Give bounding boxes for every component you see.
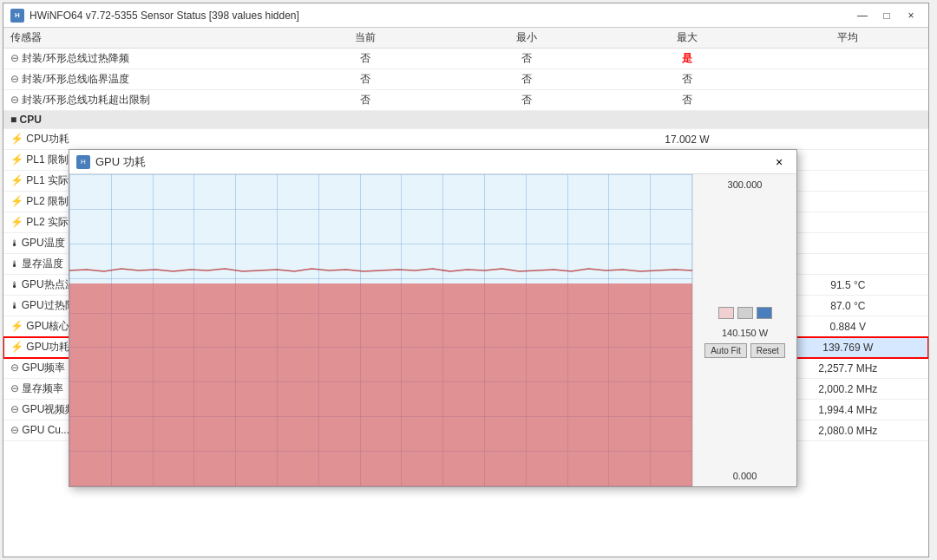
chart-area	[69, 174, 692, 486]
table-row[interactable]: ⊖ 封装/环形总线过热降频否否是	[3, 49, 928, 69]
avg-value	[768, 49, 928, 69]
group-label: CPU	[20, 114, 42, 126]
circle-minus-icon: ⊖	[10, 403, 22, 415]
max-value: 否	[606, 69, 767, 90]
lightning-icon: ⚡	[10, 195, 26, 207]
min-value: 否	[446, 90, 606, 111]
current-value: 否	[285, 49, 445, 69]
circle-minus-icon: ⊖	[10, 424, 22, 436]
table-row[interactable]: ■ CPU	[3, 111, 928, 129]
close-button[interactable]: ×	[901, 8, 921, 23]
sensor-label-cell: ⚡ CPU功耗	[3, 129, 285, 150]
sensor-name: 显存频率	[22, 382, 63, 394]
lightning-icon: ⚡	[10, 174, 26, 186]
title-bar-controls: — □ ×	[852, 8, 921, 23]
lightning-icon: ⚡	[10, 133, 26, 145]
sensor-name: GPU功耗	[26, 341, 69, 353]
current-value: 否	[285, 90, 445, 111]
col-max: 最大	[606, 28, 767, 49]
color-swatches	[698, 307, 791, 319]
min-value: 否	[446, 69, 606, 90]
popup-title: GPU 功耗	[95, 154, 146, 170]
thermometer-icon: 🌡	[10, 238, 22, 248]
sensor-name: 封装/环形总线过热降频	[22, 52, 128, 64]
circle-minus-icon: ⊖	[10, 361, 22, 374]
popup-body: 300.000 140.150 W Auto Fit Reset 0.000	[69, 174, 796, 486]
lightning-icon: ⚡	[10, 216, 26, 228]
group-collapse-icon[interactable]: ■	[10, 114, 20, 126]
lightning-icon: ⚡	[10, 341, 26, 353]
window-title: HWiNFO64 v7.72-5355 Sensor Status [398 v…	[29, 10, 299, 22]
avg-value	[768, 129, 928, 150]
maximize-button[interactable]: □	[876, 8, 897, 23]
minimize-button[interactable]: —	[852, 8, 873, 23]
table-row[interactable]: ⊖ 封装/环形总线临界温度否否否	[3, 69, 928, 90]
sensor-name: 显存温度	[22, 257, 63, 270]
max-value: 17.002 W	[606, 129, 767, 150]
circle-minus-icon: ⊖	[10, 382, 22, 394]
popup-app-icon: H	[76, 155, 90, 169]
auto-fit-button[interactable]: Auto Fit	[704, 343, 746, 358]
gpu-power-popup: H GPU 功耗 ×	[69, 149, 797, 487]
main-window: H HWiNFO64 v7.72-5355 Sensor Status [398…	[3, 3, 929, 557]
circle-minus-icon: ⊖	[10, 52, 22, 64]
thermometer-icon: 🌡	[10, 301, 22, 310]
col-avg: 平均	[768, 28, 928, 49]
table-row[interactable]: ⚡ CPU功耗17.002 W	[3, 129, 928, 150]
current-value: 否	[285, 69, 445, 90]
popup-title-bar: H GPU 功耗 ×	[69, 150, 796, 174]
popup-close-button[interactable]: ×	[769, 154, 790, 170]
max-value: 是	[606, 49, 767, 69]
sensor-label-cell: ⊖ 封装/环形总线临界温度	[3, 69, 285, 90]
app-icon: H	[10, 9, 24, 23]
col-current: 当前	[285, 28, 445, 49]
sensor-name: 封装/环形总线功耗超出限制	[22, 94, 149, 106]
chart-background	[69, 174, 692, 486]
max-value: 否	[606, 90, 767, 111]
chart-bottom-value: 0.000	[698, 471, 791, 481]
table-row[interactable]: ⊖ 封装/环形总线功耗超出限制否否否	[3, 90, 928, 111]
circle-minus-icon: ⊖	[10, 94, 22, 106]
sensor-name: 封装/环形总线临界温度	[22, 73, 128, 85]
group-header-cell: ■ CPU	[3, 111, 928, 129]
title-bar-left: H HWiNFO64 v7.72-5355 Sensor Status [398…	[10, 9, 299, 23]
swatch-pink[interactable]	[718, 307, 734, 319]
min-value	[446, 129, 606, 150]
current-value	[285, 129, 445, 150]
table-container: 传感器 当前 最小 最大 平均 ⊖ 封装/环形总线过热降频否否是⊖ 封装/环形总…	[3, 28, 928, 557]
title-bar: H HWiNFO64 v7.72-5355 Sensor Status [398…	[3, 3, 928, 28]
avg-value	[768, 69, 928, 90]
sensor-name: CPU功耗	[26, 133, 69, 145]
thermometer-icon: 🌡	[10, 280, 22, 290]
swatch-blue[interactable]	[757, 307, 772, 319]
lightning-icon: ⚡	[10, 320, 26, 332]
popup-title-left: H GPU 功耗	[76, 154, 146, 170]
chart-line-svg	[69, 257, 692, 283]
avg-value	[768, 90, 928, 111]
reset-button[interactable]: Reset	[750, 343, 785, 358]
sensor-label-cell: ⊖ 封装/环形总线功耗超出限制	[3, 90, 285, 111]
sensor-name: GPU温度	[22, 237, 65, 249]
min-value: 否	[446, 49, 606, 69]
sensor-name: GPU频率	[22, 361, 65, 374]
col-sensor: 传感器	[3, 28, 285, 49]
thermometer-icon: 🌡	[10, 259, 22, 269]
lightning-icon: ⚡	[10, 153, 26, 166]
table-header-row: 传感器 当前 最小 最大 平均	[3, 28, 928, 49]
chart-buttons: Auto Fit Reset	[698, 343, 791, 358]
chart-fill	[69, 283, 692, 486]
chart-mid-value: 140.150 W	[698, 328, 791, 338]
swatch-gray[interactable]	[737, 307, 753, 319]
chart-top-value: 300.000	[698, 179, 791, 190]
popup-sidebar: 300.000 140.150 W Auto Fit Reset 0.000	[692, 174, 796, 486]
circle-minus-icon: ⊖	[10, 73, 22, 85]
sensor-label-cell: ⊖ 封装/环形总线过热降频	[3, 49, 285, 69]
col-min: 最小	[446, 28, 606, 49]
